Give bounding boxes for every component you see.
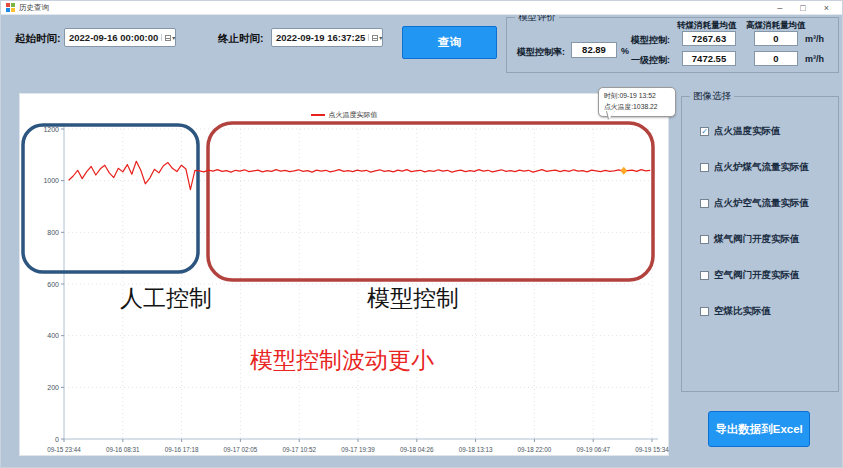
- checkbox-checked-icon[interactable]: ✓: [700, 127, 709, 136]
- x-tick-label: 09-18 04:26: [400, 446, 434, 453]
- end-time-value: 2022-09-19 16:37:25: [276, 32, 365, 43]
- x-tick-label: 09-15 23:44: [47, 446, 81, 453]
- selected-point-marker: [620, 167, 627, 175]
- model-control-row-label: 模型控制:: [631, 34, 670, 47]
- tooltip-time: 时刻:09-19 13:52: [604, 91, 671, 102]
- legend-line-swatch: [311, 114, 325, 116]
- checkbox-unchecked-icon[interactable]: [700, 307, 709, 316]
- y-tick-label: 200: [47, 384, 59, 391]
- series-checkbox-label: 点火炉空气流量实际值: [714, 197, 809, 210]
- level1-control-value1: 7472.55: [682, 51, 736, 66]
- control-rate-value: 82.89: [571, 42, 617, 58]
- series-checkbox-item-3[interactable]: 煤气阀门开度实际值: [700, 233, 800, 246]
- level1-control-unit: m³/h: [805, 54, 824, 64]
- series-checkbox-item-0[interactable]: ✓点火温度实际值: [700, 125, 781, 138]
- export-excel-button[interactable]: 导出数据到Excel: [708, 411, 810, 447]
- checkbox-unchecked-icon[interactable]: [700, 163, 709, 172]
- tooltip-temperature: 点火温度:1038.22: [604, 102, 671, 113]
- start-time-value: 2022-09-16 00:00:00: [69, 32, 158, 43]
- datapoint-tooltip: 时刻:09-19 13:52 点火温度:1038.22: [598, 87, 676, 117]
- level1-control-row-label: 一级控制:: [631, 54, 670, 67]
- model-fluctuation-note: 模型控制波动更小: [250, 345, 434, 376]
- checkbox-unchecked-icon[interactable]: [700, 235, 709, 244]
- series-checkbox-label: 点火温度实际值: [714, 125, 781, 138]
- query-button[interactable]: 查询: [402, 26, 497, 59]
- datepicker-dropdown-icon[interactable]: ▾: [161, 34, 175, 41]
- control-rate-unit: %: [621, 46, 629, 56]
- y-tick-label: 1000: [43, 177, 59, 184]
- series-selection-title: 图像选择: [690, 90, 734, 103]
- x-tick-label: 09-17 02:05: [224, 446, 258, 453]
- x-tick-label: 09-19 15:34: [635, 446, 669, 453]
- series-checkbox-item-4[interactable]: 空气阀门开度实际值: [700, 269, 800, 282]
- maximize-button[interactable]: □: [800, 2, 805, 14]
- chart-legend: 点火温度实际值: [20, 105, 668, 123]
- model-control-region-outline: [208, 123, 653, 280]
- temperature-chart: 02004006008001000120009-15 23:4409-16 08…: [20, 94, 670, 457]
- model-control-unit: m³/h: [805, 34, 824, 44]
- x-tick-label: 09-16 08:31: [106, 446, 140, 453]
- manual-control-annotation: 人工控制: [120, 283, 212, 314]
- x-tick-label: 09-19 06:47: [576, 446, 610, 453]
- x-tick-label: 09-17 19:39: [341, 446, 375, 453]
- chart-panel: 点火温度实际值 02004006008001000120009-15 23:44…: [19, 93, 669, 456]
- model-control-value2: 0: [754, 31, 798, 46]
- y-tick-label: 800: [47, 229, 59, 236]
- title-bar: 历史查询 – □ ×: [1, 1, 842, 15]
- checkbox-unchecked-icon[interactable]: [700, 199, 709, 208]
- series-checkbox-item-1[interactable]: 点火炉煤气流量实际值: [700, 161, 809, 174]
- x-tick-label: 09-18 22:00: [518, 446, 552, 453]
- y-tick-label: 0: [55, 436, 59, 443]
- series-selection-group: 图像选择 ✓点火温度实际值点火炉煤气流量实际值点火炉空气流量实际值煤气阀门开度实…: [681, 96, 839, 392]
- legend-label: 点火温度实际值: [329, 111, 378, 118]
- x-tick-label: 09-16 17:18: [165, 446, 199, 453]
- minimize-button[interactable]: –: [777, 2, 782, 14]
- control-rate-label: 模型控制率:: [517, 46, 565, 59]
- checkbox-unchecked-icon[interactable]: [700, 271, 709, 280]
- x-tick-label: 09-17 10:52: [282, 446, 316, 453]
- series-checkbox-label: 煤气阀门开度实际值: [714, 233, 800, 246]
- series-checkbox-item-5[interactable]: 空煤比实际值: [700, 305, 771, 318]
- series-checkbox-item-2[interactable]: 点火炉空气流量实际值: [700, 197, 809, 210]
- start-time-input[interactable]: 2022-09-16 00:00:00 ▾: [64, 28, 176, 47]
- temperature-line: [69, 161, 651, 189]
- close-button[interactable]: ×: [824, 2, 829, 14]
- app-window: 历史查询 – □ × 起始时间: 2022-09-16 00:00:00 ▾ 终…: [0, 0, 843, 468]
- x-tick-label: 09-18 13:13: [459, 446, 493, 453]
- window-title: 历史查询: [19, 3, 49, 13]
- level1-control-value2: 0: [754, 51, 798, 66]
- window-controls: – □ ×: [777, 2, 837, 14]
- y-tick-label: 400: [47, 332, 59, 339]
- start-time-label: 起始时间:: [15, 32, 61, 46]
- series-checkbox-label: 空气阀门开度实际值: [714, 269, 800, 282]
- series-checkbox-label: 点火炉煤气流量实际值: [714, 161, 809, 174]
- series-checkbox-label: 空煤比实际值: [714, 305, 771, 318]
- datepicker-dropdown-icon[interactable]: ▾: [368, 34, 382, 41]
- model-control-annotation: 模型控制: [367, 283, 459, 314]
- end-time-input[interactable]: 2022-09-19 16:37:25 ▾: [271, 28, 383, 47]
- model-control-value1: 7267.63: [682, 31, 736, 46]
- app-icon: [6, 3, 15, 12]
- model-evaluation-group: 模型评价 转煤消耗量均值 高煤消耗量均值 模型控制率: 82.89 % 模型控制…: [506, 17, 839, 73]
- manual-control-region-outline: [23, 125, 198, 272]
- end-time-label: 终止时间:: [218, 32, 264, 46]
- y-tick-label: 600: [47, 281, 59, 288]
